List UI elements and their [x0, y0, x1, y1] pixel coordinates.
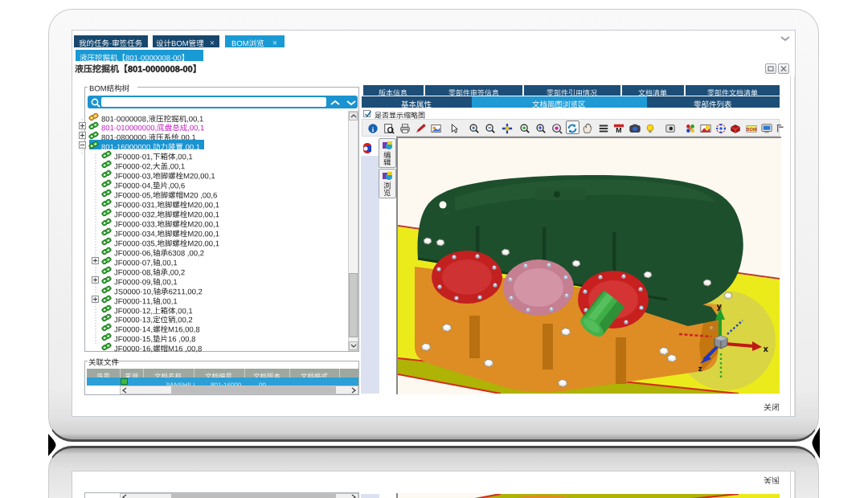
svg-text:M: M: [616, 126, 621, 134]
svg-text:BOM: BOM: [746, 127, 757, 132]
